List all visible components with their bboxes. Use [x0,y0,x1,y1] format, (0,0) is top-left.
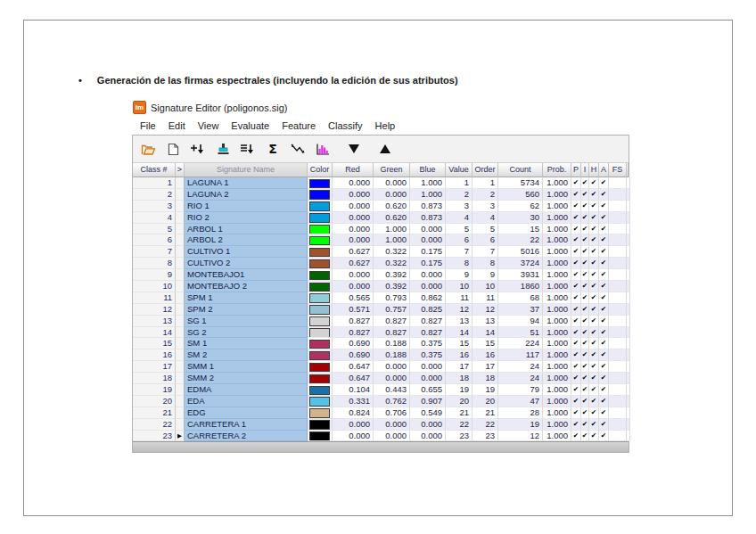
order-cell[interactable]: 20 [472,396,498,407]
green-cell[interactable]: 1.000 [374,234,410,246]
color-swatch[interactable] [309,305,330,315]
signature-name-cell[interactable]: EDA [185,396,308,407]
value-cell[interactable]: 14 [446,327,472,339]
signature-name-cell[interactable]: ARBOL 2 [185,234,308,246]
color-swatch-cell[interactable] [308,338,333,349]
green-cell[interactable]: 0.322 [374,246,410,258]
count-cell[interactable]: 15 [498,224,543,235]
header-i[interactable]: I [581,163,589,177]
color-swatch[interactable] [309,190,330,200]
i-check-cell[interactable]: ✔ [581,212,589,224]
color-swatch[interactable] [309,363,330,373]
class-number-cell[interactable]: 11 [133,292,176,304]
color-swatch-cell[interactable] [308,292,333,304]
fs-cell[interactable] [609,224,627,235]
red-cell[interactable]: 0.565 [333,292,374,304]
fs-cell[interactable] [609,246,627,258]
p-check-cell[interactable]: ✔ [571,189,581,201]
histogram-icon[interactable] [312,139,333,159]
blue-cell[interactable]: 1.000 [410,189,446,201]
green-cell[interactable]: 0.620 [374,201,410,212]
count-cell[interactable]: 224 [498,338,543,349]
color-swatch-cell[interactable] [308,316,333,327]
signature-name-cell[interactable]: MONTEBAJO 2 [185,281,308,292]
fs-cell[interactable] [609,212,627,224]
a-check-cell[interactable]: ✔ [599,384,609,396]
i-check-cell[interactable]: ✔ [581,384,589,396]
prob-cell[interactable]: 1.000 [543,212,571,224]
color-swatch-cell[interactable] [308,201,333,212]
signature-name-cell[interactable]: LAGUNA 1 [185,177,308,189]
blue-cell[interactable]: 0.000 [410,373,446,384]
current-row-indicator[interactable] [176,338,185,349]
i-check-cell[interactable]: ✔ [581,258,589,269]
table-row[interactable]: 13SG 10.8270.8270.8271313941.000✔✔✔✔ [133,316,629,327]
count-cell[interactable]: 24 [498,361,543,373]
current-row-indicator[interactable] [176,246,185,258]
color-swatch[interactable] [309,201,330,211]
order-cell[interactable]: 10 [472,281,498,292]
header-h[interactable]: H [589,163,599,177]
signature-name-cell[interactable]: RIO 2 [185,212,308,224]
menu-feature[interactable]: Feature [275,118,322,134]
signature-name-cell[interactable]: EDMA [185,384,308,396]
order-cell[interactable]: 18 [472,373,498,384]
red-cell[interactable]: 0.000 [333,281,374,292]
color-swatch[interactable] [309,316,330,326]
green-cell[interactable]: 0.620 [374,212,410,224]
order-cell[interactable]: 3 [472,201,498,212]
header-count[interactable]: Count [498,163,543,177]
value-cell[interactable]: 7 [446,246,472,258]
green-cell[interactable]: 0.000 [374,419,410,431]
order-cell[interactable]: 14 [472,327,498,339]
menu-help[interactable]: Help [369,118,402,134]
color-swatch[interactable] [309,236,330,246]
prob-cell[interactable]: 1.000 [543,281,571,292]
current-row-indicator[interactable] [176,224,185,235]
red-cell[interactable]: 0.000 [333,189,374,201]
value-cell[interactable]: 21 [446,407,472,419]
table-row[interactable]: 1LAGUNA 10.0000.0001.0001157341.000✔✔✔✔ [133,177,629,189]
a-check-cell[interactable]: ✔ [599,177,609,189]
color-swatch[interactable] [309,213,330,223]
p-check-cell[interactable]: ✔ [571,201,581,212]
color-swatch-cell[interactable] [308,407,333,419]
header-value[interactable]: Value [446,163,472,177]
signature-name-cell[interactable]: SPM 2 [185,304,308,316]
header-green[interactable]: Green [374,163,410,177]
prob-cell[interactable]: 1.000 [543,338,571,349]
class-number-cell[interactable]: 3 [133,201,176,212]
h-check-cell[interactable]: ✔ [589,338,599,349]
order-cell[interactable]: 6 [472,234,498,246]
i-check-cell[interactable]: ✔ [581,431,589,442]
count-cell[interactable]: 3931 [498,269,543,281]
blue-cell[interactable]: 0.175 [410,258,446,269]
current-row-indicator[interactable] [176,234,185,246]
table-row[interactable]: 16SM 20.6900.1880.37516161171.000✔✔✔✔ [133,349,629,361]
triangle-down-icon[interactable] [343,139,365,159]
i-check-cell[interactable]: ✔ [581,292,589,304]
i-check-cell[interactable]: ✔ [581,224,589,235]
green-cell[interactable]: 0.706 [374,407,410,419]
h-check-cell[interactable]: ✔ [589,419,599,431]
class-number-cell[interactable]: 16 [133,349,176,361]
table-row[interactable]: 11SPM 10.5650.7930.8621111681.000✔✔✔✔ [133,292,629,304]
color-swatch[interactable] [309,374,330,384]
p-check-cell[interactable]: ✔ [571,349,581,361]
count-cell[interactable]: 117 [498,349,543,361]
signature-name-cell[interactable]: SM 1 [185,338,308,349]
class-number-cell[interactable]: 10 [133,281,176,292]
i-check-cell[interactable]: ✔ [581,201,589,212]
current-row-indicator[interactable] [176,396,185,407]
signature-name-cell[interactable]: CARRETERA 2 [185,431,308,442]
red-cell[interactable]: 0.627 [333,258,374,269]
p-check-cell[interactable]: ✔ [571,269,581,281]
order-cell[interactable]: 21 [472,407,498,419]
color-swatch-cell[interactable] [308,349,333,361]
value-cell[interactable]: 22 [446,419,472,431]
i-check-cell[interactable]: ✔ [581,361,589,373]
a-check-cell[interactable]: ✔ [599,269,609,281]
table-row[interactable]: 23▶CARRETERA 20.0000.0000.0002323121.000… [133,431,629,442]
order-cell[interactable]: 23 [472,431,498,442]
triangle-up-icon[interactable] [374,139,396,159]
